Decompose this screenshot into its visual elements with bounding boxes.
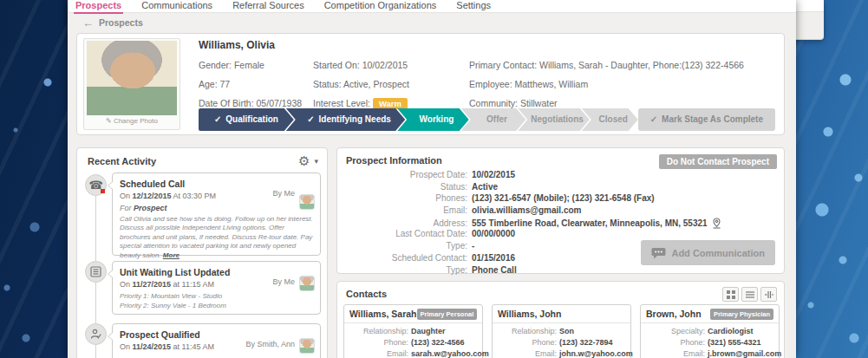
field-age: Age: 77 <box>199 79 302 98</box>
contact-badge: Primary Personal <box>417 309 478 320</box>
tab-settings[interactable]: Settings <box>454 0 493 12</box>
activity-by: By Me <box>272 189 295 198</box>
add-communication-button[interactable]: Add Communication <box>641 240 775 265</box>
map-pin-icon[interactable] <box>711 218 722 229</box>
contact-card-williams-sarah[interactable]: Williams, Sarah Primary Personal Relatio… <box>343 304 483 358</box>
app-window: Prospects Communications Referral Source… <box>68 0 796 358</box>
prospect-photo-image <box>87 41 177 115</box>
change-photo-link[interactable]: ✎ Change Photo <box>84 117 179 125</box>
activity-item-unit-waiting-list[interactable]: Unit Waiting List Updated On 11/27/2015 … <box>112 261 321 315</box>
avatar <box>299 276 315 291</box>
field-employee: Employee: Matthews, William <box>469 79 744 98</box>
stage-identifying-needs[interactable]: ✓Identifying Needs <box>286 108 405 131</box>
tab-competition-organizations[interactable]: Competition Organizations <box>323 0 439 12</box>
tab-communications[interactable]: Communications <box>140 0 214 12</box>
contact-row: Email:john.w@yahoo.com <box>496 349 627 358</box>
person-check-icon <box>85 323 107 345</box>
contact-row: Email:j.brown@gmail.com <box>644 349 775 358</box>
chat-bubble-icon <box>651 247 666 259</box>
stage-qualification[interactable]: ✓Qualification <box>199 108 294 131</box>
stage-pipeline: ✓Qualification ✓Identifying Needs Workin… <box>199 108 775 131</box>
profile-card: ✎ Change Photo Williams, Olivia Gender: … <box>76 33 785 135</box>
phone-icon: ☎ <box>85 174 107 196</box>
prospect-name: Williams, Olivia <box>199 39 777 51</box>
mark-stage-complete-button[interactable]: ✓Mark Stage As Complete <box>638 108 775 131</box>
contact-row: Phone:(123) 322-4566 <box>348 338 479 349</box>
activity-item-scheduled-call[interactable]: Scheduled Call On 12/12/2015 At 03:30 PM… <box>112 172 321 256</box>
info-row-status: Status:Active <box>337 182 784 194</box>
tab-prospects[interactable]: Prospects <box>74 0 123 14</box>
field-started-on: Started On: 10/02/2015 <box>313 60 409 79</box>
activity-item-prospect-qualified[interactable]: Prospect Qualified On 11/24/2015 at 11:4… <box>112 323 321 358</box>
check-icon: ✓ <box>650 114 657 124</box>
list-icon <box>85 261 107 283</box>
contact-row: Phone:(321) 555-4321 <box>644 338 775 349</box>
contact-badge: Primary Physician <box>710 309 773 320</box>
info-row-scheduled-type: Type:Phone Call <box>337 265 784 277</box>
back-arrow-icon[interactable]: ← <box>82 16 94 29</box>
stage-offer[interactable]: Offer <box>461 108 526 131</box>
stage-closed[interactable]: Closed <box>582 108 638 131</box>
prospect-photo: ✎ Change Photo <box>83 38 180 130</box>
activity-by: By Me <box>272 277 295 286</box>
contact-row: Relationship:Son <box>496 327 627 338</box>
contact-row: Phone:(123) 322-7894 <box>496 338 627 349</box>
column-view-icon[interactable] <box>760 287 777 302</box>
contacts-panel: Contacts Williams, Sarah Primary Persona… <box>336 281 785 358</box>
pencil-icon: ✎ <box>106 117 112 125</box>
field-status: Status: Active, Prospect <box>313 79 409 98</box>
gear-icon[interactable]: ⚙ <box>298 156 310 166</box>
field-gender: Gender: Female <box>199 60 302 79</box>
recent-activity-title: Recent Activity <box>88 156 298 166</box>
field-primary-contact: Primary Contact: Williams, Sarah - Daugh… <box>469 60 744 79</box>
contact-row: Specialty:Cardiologist <box>644 327 775 338</box>
prospect-information-panel: Prospect Information Do Not Contact Pros… <box>336 147 785 274</box>
stage-negotiations[interactable]: Negotiations <box>518 108 590 131</box>
contact-card-brown-john[interactable]: Brown, John Primary Physician Specialty:… <box>640 304 780 358</box>
recent-activity-panel: Recent Activity ⚙ ▾ ☎ Scheduled Call On … <box>76 147 328 358</box>
info-row-email: Email:olivia.williams@gmail.com <box>337 205 784 218</box>
check-icon: ✓ <box>214 114 221 124</box>
avatar <box>299 194 315 210</box>
tab-referral-sources[interactable]: Referral Sources <box>231 0 306 12</box>
contact-row: Relationship:Daughter <box>348 327 479 338</box>
check-icon: ✓ <box>307 114 314 124</box>
top-navbar: Prospects Communications Referral Source… <box>68 0 796 13</box>
contacts-title: Contacts <box>337 282 784 299</box>
info-row-phones: Phones:(123) 321-6547 (Mobile); (123) 32… <box>337 193 784 205</box>
back-link[interactable]: Prospects <box>99 17 143 28</box>
notification-dot <box>101 189 105 193</box>
do-not-contact-button[interactable]: Do Not Contact Prospect <box>659 154 777 169</box>
activity-by: By Smith, Ann <box>245 340 295 348</box>
info-row-address: Address:555 Timberline Road, Clearwater,… <box>337 218 784 230</box>
list-view-icon[interactable] <box>741 287 758 302</box>
contact-row: Email:sarah.w@yahoo.com <box>348 349 479 358</box>
grid-view-icon[interactable] <box>722 287 739 302</box>
stage-working[interactable]: Working <box>397 108 469 131</box>
contact-card-williams-john[interactable]: Williams, John Relationship:Son Phone:(1… <box>492 304 631 358</box>
more-link[interactable]: More <box>163 251 179 259</box>
chevron-down-icon[interactable]: ▾ <box>314 157 318 166</box>
info-row-prospect-date: Prospect Date:10/02/2015 <box>337 170 784 182</box>
avatar <box>299 338 315 354</box>
breadcrumb: ← Prospects <box>68 13 796 32</box>
